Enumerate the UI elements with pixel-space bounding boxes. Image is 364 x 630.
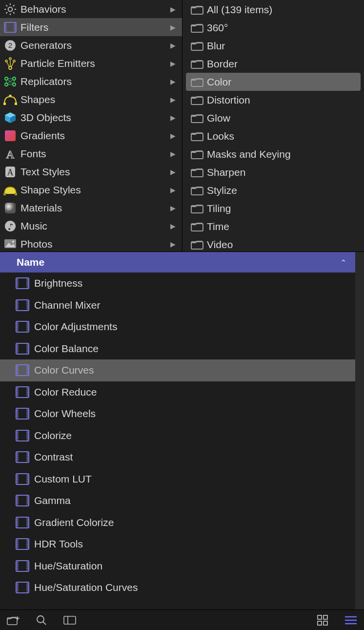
category-generators[interactable]: 2Generators▶ bbox=[0, 36, 182, 54]
category-replicators[interactable]: Replicators▶ bbox=[0, 72, 182, 90]
svg-point-12 bbox=[8, 7, 13, 11]
svg-point-24 bbox=[5, 60, 7, 62]
subcategory-label: Masks and Keying bbox=[207, 148, 291, 160]
folder-icon bbox=[191, 168, 203, 177]
list-item-hue-saturation[interactable]: Hue/Saturation bbox=[0, 555, 355, 577]
list-item-label: Hue/Saturation Curves bbox=[34, 582, 138, 593]
list-item-label: Gradient Colorize bbox=[34, 517, 114, 528]
category-particle-emitters[interactable]: Particle Emitters▶ bbox=[0, 54, 182, 72]
list-item-color-reduce[interactable]: Color Reduce bbox=[0, 381, 355, 403]
category-label: Photos bbox=[20, 238, 170, 250]
subcategory-video[interactable]: Video bbox=[186, 235, 361, 252]
list-view-button[interactable] bbox=[344, 614, 358, 627]
svg-line-28 bbox=[7, 62, 9, 67]
svg-rect-52 bbox=[5, 203, 16, 213]
category-text-styles[interactable]: AText Styles▶ bbox=[0, 163, 182, 181]
list-item-gradient-colorize[interactable]: Gradient Colorize bbox=[0, 512, 355, 534]
list-item-label: HDR Tools bbox=[34, 538, 83, 550]
chevron-right-icon: ▶ bbox=[170, 168, 178, 176]
folder-icon bbox=[191, 149, 203, 159]
category-music[interactable]: Music▶ bbox=[0, 217, 182, 235]
filmclip-icon bbox=[3, 20, 18, 35]
filmclip-icon bbox=[16, 299, 29, 311]
category-gradients[interactable]: Gradients▶ bbox=[0, 126, 182, 145]
scrollbar-gutter[interactable] bbox=[355, 252, 364, 609]
cube3d-icon bbox=[3, 110, 18, 125]
subcategory-color[interactable]: Color bbox=[186, 73, 361, 91]
subcategory-looks[interactable]: Looks bbox=[186, 127, 361, 145]
subcategory-border[interactable]: Border bbox=[186, 55, 361, 73]
category-label: Music bbox=[20, 220, 170, 232]
list-item-hdr-tools[interactable]: HDR Tools bbox=[0, 533, 355, 555]
subcategory-blur[interactable]: Blur bbox=[186, 37, 361, 55]
subcategory-sharpen[interactable]: Sharpen bbox=[186, 163, 361, 181]
svg-rect-67 bbox=[324, 621, 327, 625]
subcategory-masks-keying[interactable]: Masks and Keying bbox=[186, 145, 361, 163]
list-item-gamma[interactable]: Gamma bbox=[0, 490, 355, 512]
grid-view-button[interactable] bbox=[315, 614, 330, 627]
svg-line-61 bbox=[43, 622, 46, 625]
list-item-brightness[interactable]: Brightness bbox=[0, 273, 355, 294]
item-list: BrightnessChannel MixerColor Adjustments… bbox=[0, 273, 355, 609]
list-item-colorize[interactable]: Colorize bbox=[0, 425, 355, 447]
music-icon bbox=[3, 219, 18, 233]
subcategory-all[interactable]: All (139 items) bbox=[186, 0, 361, 19]
filmclip-icon bbox=[16, 408, 29, 420]
svg-point-60 bbox=[37, 616, 44, 623]
list-item-channel-mixer[interactable]: Channel Mixer bbox=[0, 294, 355, 316]
subcategory-time[interactable]: Time bbox=[186, 217, 361, 235]
search-button[interactable] bbox=[34, 614, 49, 627]
subcategory-tiling[interactable]: Tiling bbox=[186, 199, 361, 217]
category-3d-objects[interactable]: 3D Objects▶ bbox=[0, 108, 182, 126]
folder-icon bbox=[191, 186, 203, 195]
subcategory-360[interactable]: 360° bbox=[186, 19, 361, 37]
svg-rect-41 bbox=[15, 103, 17, 105]
category-behaviors[interactable]: Behaviors▶ bbox=[0, 0, 182, 18]
list-header[interactable]: Name ⌃ bbox=[0, 252, 355, 273]
replicator-icon bbox=[3, 74, 18, 89]
category-fonts[interactable]: AFonts▶ bbox=[0, 145, 182, 163]
category-shape-styles[interactable]: Shape Styles▶ bbox=[0, 181, 182, 199]
filmclip-icon bbox=[16, 538, 29, 550]
new-folder-button[interactable] bbox=[6, 614, 20, 627]
list-item-label: Color Wheels bbox=[34, 408, 96, 420]
subcategory-glow[interactable]: Glow bbox=[186, 109, 361, 127]
filmclip-icon bbox=[16, 364, 29, 376]
filmclip-icon bbox=[16, 430, 29, 441]
list-item-color-curves[interactable]: Color Curves bbox=[0, 359, 355, 381]
subcategory-stylize[interactable]: Stylize bbox=[186, 181, 361, 199]
filmclip-icon bbox=[16, 495, 29, 506]
category-label: Fonts bbox=[20, 148, 170, 160]
chevron-right-icon: ▶ bbox=[170, 132, 178, 140]
folder-icon bbox=[191, 77, 203, 87]
font-a-outline-icon: A bbox=[3, 147, 18, 161]
list-header-label: Name bbox=[17, 256, 44, 268]
list-item-color-adjustments[interactable]: Color Adjustments bbox=[0, 316, 355, 338]
list-item-custom-lut[interactable]: Custom LUT bbox=[0, 468, 355, 490]
svg-line-19 bbox=[6, 12, 7, 13]
svg-line-20 bbox=[13, 5, 15, 6]
list-item-label: Custom LUT bbox=[34, 473, 92, 485]
material-icon bbox=[3, 201, 18, 215]
filmclip-icon bbox=[16, 321, 29, 333]
shape-icon bbox=[3, 92, 18, 107]
sidebar-toggle-button[interactable] bbox=[62, 614, 77, 627]
category-label: Filters bbox=[20, 21, 170, 33]
subcategory-distortion[interactable]: Distortion bbox=[186, 91, 361, 109]
folder-icon bbox=[191, 95, 203, 105]
category-label: Materials bbox=[20, 202, 170, 214]
subcategory-label: Time bbox=[207, 221, 229, 232]
folder-icon bbox=[191, 23, 203, 33]
category-shapes[interactable]: Shapes▶ bbox=[0, 90, 182, 108]
subcategory-label: Looks bbox=[207, 130, 234, 142]
category-photos[interactable]: Photos▶ bbox=[0, 235, 182, 252]
list-item-hue-saturation-curves[interactable]: Hue/Saturation Curves bbox=[0, 577, 355, 599]
subcategory-label: Border bbox=[207, 58, 238, 70]
list-item-color-balance[interactable]: Color Balance bbox=[0, 338, 355, 360]
category-materials[interactable]: Materials▶ bbox=[0, 199, 182, 217]
category-filters[interactable]: Filters▶ bbox=[0, 18, 182, 36]
list-item-color-wheels[interactable]: Color Wheels bbox=[0, 403, 355, 425]
list-item-contrast[interactable]: Contrast bbox=[0, 446, 355, 468]
svg-text:2: 2 bbox=[8, 41, 12, 49]
list-item-label: Contrast bbox=[34, 451, 73, 463]
